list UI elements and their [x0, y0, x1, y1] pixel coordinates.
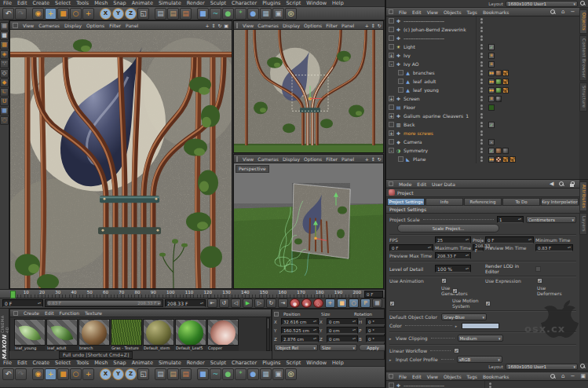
x-tag-icon[interactable] [502, 79, 509, 85]
material-thumbnail[interactable] [46, 319, 78, 346]
viewport-camera-icon[interactable]: + [363, 156, 370, 162]
object-row[interactable]: leaf_adult [386, 77, 579, 86]
visibility-dots[interactable] [476, 146, 487, 155]
group-expand-icon[interactable]: ▸ [389, 336, 393, 341]
transport-button[interactable]: ⇥ [278, 298, 288, 308]
expander-icon[interactable] [398, 87, 404, 93]
om-menu-item[interactable]: View [427, 374, 438, 379]
mode-toolbar-icon[interactable]: ▦ [0, 107, 9, 115]
material-item[interactable]: Copper [207, 319, 239, 351]
x-tag-icon[interactable] [502, 70, 509, 76]
viewport-menu-item[interactable]: View [243, 23, 254, 28]
preview-range-slider[interactable]: 0.83 F 208.33 F ▸ [45, 299, 163, 307]
toolbar-icon[interactable]: ▣ [272, 368, 284, 380]
object-tags[interactable] [487, 122, 579, 128]
object-row[interactable]: Screen [386, 94, 579, 103]
toolbar-icon[interactable]: ▤ [180, 8, 192, 20]
toolbar-icon[interactable]: ▣ [272, 8, 284, 20]
object-row[interactable]: ------------------------ [386, 34, 579, 42]
menu-item[interactable]: Simulate [159, 0, 181, 6]
material-item[interactable]: leaf_adult [46, 319, 78, 351]
material-item[interactable]: leaf_young [14, 319, 46, 351]
lod-field[interactable]: 100 %▴▾ [435, 265, 471, 273]
menu-item[interactable]: Simulate [159, 360, 181, 366]
viewport-menu-item[interactable]: Cameras [38, 23, 60, 28]
om-menu-item[interactable]: View [427, 9, 438, 15]
option-checkbox[interactable] [452, 288, 458, 294]
am-menu-item[interactable]: Edit [417, 181, 426, 187]
viewport-menu-item[interactable]: Cameras [257, 156, 279, 162]
transport-button[interactable]: P [360, 298, 371, 308]
object-row[interactable]: branches [386, 68, 579, 77]
pipe-tree-scene[interactable] [234, 30, 383, 152]
viewport-menu-item[interactable]: Filter [326, 23, 338, 28]
panel-tab[interactable]: Layers [579, 213, 587, 235]
transport-button[interactable]: ↺ [219, 298, 229, 308]
transport-button[interactable]: ◇ [313, 298, 323, 308]
toolbar-icon[interactable] [150, 8, 154, 20]
expander-icon[interactable] [389, 18, 394, 24]
toolbar-icon[interactable] [192, 368, 196, 380]
object-row[interactable]: ------------------------ [386, 381, 588, 388]
scale-project-button[interactable]: Scale Project... [397, 224, 499, 232]
expander-icon[interactable] [389, 27, 394, 32]
material-thumbnail[interactable] [207, 319, 239, 346]
toolbar-icon[interactable] [27, 368, 31, 380]
xpresso-tag-icon[interactable] [488, 61, 495, 68]
toolbar-icon[interactable]: ▤ [155, 368, 166, 380]
expander-icon[interactable] [389, 383, 394, 388]
position-field[interactable]: 32.616 cm▴▾ [281, 318, 319, 325]
viewport-camera-icon[interactable]: + [363, 23, 370, 28]
toolbar-icon[interactable]: ◱ [137, 368, 149, 380]
timeline-ruler[interactable]: 0102030405060708090100110120130140150160… [0, 289, 385, 298]
object-label[interactable]: leaf_adult [413, 79, 476, 84]
project-scale-unit-dropdown[interactable]: Centimeters▾ [526, 216, 576, 223]
search-icon[interactable] [559, 181, 564, 187]
viewport-menu-item[interactable]: Options [86, 23, 104, 28]
viewport-panel-icon[interactable] [236, 156, 238, 162]
am-menu-item[interactable]: User Data [432, 181, 455, 187]
object-row[interactable]: Camera [386, 137, 579, 146]
search-icon[interactable] [580, 364, 586, 369]
material-item[interactable]: Default_Leaf5 [175, 319, 206, 351]
menu-item[interactable]: Mesh [94, 360, 108, 366]
toolbar-icon[interactable]: ↶ [2, 8, 14, 20]
apply-button[interactable]: Apply [359, 344, 387, 351]
expander-icon[interactable] [389, 104, 394, 110]
transport-button[interactable]: + [325, 298, 335, 308]
expander-icon[interactable] [389, 148, 394, 153]
toolbar-icon[interactable] [192, 8, 196, 20]
toolbar-icon[interactable]: ▤ [155, 8, 166, 20]
object-label[interactable]: Galium_aparine_Cleavers_1 [404, 113, 476, 119]
object-tags[interactable] [487, 79, 579, 85]
viewport-menu-item[interactable]: View [243, 156, 254, 162]
search-icon[interactable] [550, 374, 556, 379]
dots-tag-icon[interactable] [488, 156, 495, 163]
menu-item[interactable]: Character [232, 0, 257, 6]
field-value[interactable]: 0.83 F▴▾ [535, 244, 573, 251]
attribute-tab[interactable]: Key Interpolation [541, 198, 579, 206]
object-tags[interactable] [487, 139, 579, 145]
object-row[interactable]: Galium_aparine_Cleavers_1 [386, 112, 579, 120]
color-expand-icon[interactable]: ▸ [455, 324, 459, 328]
material-scrollbar[interactable] [266, 317, 270, 351]
viewport-menu-item[interactable]: Options [304, 156, 322, 162]
viewport-menu-item[interactable]: Cameras [257, 23, 279, 28]
panel-tab[interactable]: Structure [579, 82, 587, 111]
viewport-camera-icon[interactable]: + [204, 23, 210, 28]
panel-tab[interactable]: Content Browser [579, 35, 587, 81]
expander-icon[interactable] [389, 139, 394, 145]
viewport-menu-item[interactable]: Panel [126, 23, 138, 28]
dots-tag-icon[interactable] [488, 79, 495, 85]
menu-item[interactable]: Animate [132, 360, 153, 366]
minimize-icon[interactable]: − [571, 374, 575, 379]
option-checkbox[interactable] [389, 301, 395, 306]
object-row[interactable]: leaf_young [386, 86, 579, 94]
mat-checker-tag-icon[interactable] [495, 156, 502, 163]
current-frame-field[interactable]: 0 F▴▾ [2, 299, 43, 307]
menu-item[interactable]: Sculpt [210, 360, 226, 366]
mat-sphere-tag-icon[interactable] [495, 96, 502, 102]
transport-button[interactable]: ○ [349, 298, 359, 308]
object-row[interactable]: more screws [386, 129, 579, 137]
size-field[interactable]: 0 cm▴▾ [327, 335, 358, 342]
